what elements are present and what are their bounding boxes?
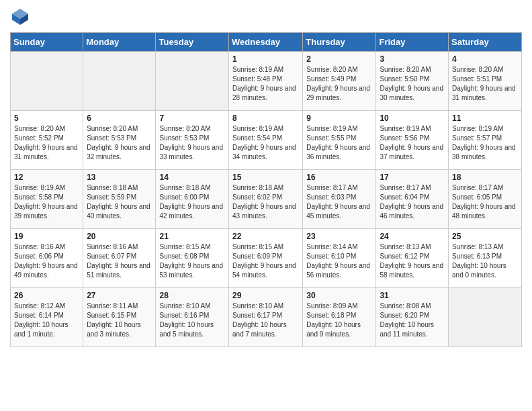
calendar-cell: 13Sunrise: 8:18 AM Sunset: 5:59 PM Dayli… [83, 170, 156, 229]
day-number: 1 [232, 54, 299, 64]
calendar-cell: 10Sunrise: 8:19 AM Sunset: 5:56 PM Dayli… [376, 111, 449, 170]
weekday-header-row: SundayMondayTuesdayWednesdayThursdayFrid… [11, 33, 522, 52]
calendar-cell: 16Sunrise: 8:17 AM Sunset: 6:03 PM Dayli… [303, 170, 376, 229]
logo [10, 7, 33, 27]
day-info: Sunrise: 8:14 AM Sunset: 6:10 PM Dayligh… [306, 242, 372, 280]
calendar-cell: 28Sunrise: 8:10 AM Sunset: 6:16 PM Dayli… [156, 288, 229, 347]
calendar-cell: 26Sunrise: 8:12 AM Sunset: 6:14 PM Dayli… [11, 288, 83, 347]
calendar-cell: 1Sunrise: 8:19 AM Sunset: 5:48 PM Daylig… [229, 52, 303, 111]
calendar-cell: 29Sunrise: 8:10 AM Sunset: 6:17 PM Dayli… [229, 288, 303, 347]
weekday-header: Tuesday [156, 33, 229, 52]
calendar-week-row: 5Sunrise: 8:20 AM Sunset: 5:52 PM Daylig… [11, 111, 522, 170]
day-number: 12 [14, 173, 79, 182]
calendar-table: SundayMondayTuesdayWednesdayThursdayFrid… [10, 32, 522, 347]
calendar-cell [83, 52, 156, 111]
day-info: Sunrise: 8:13 AM Sunset: 6:12 PM Dayligh… [380, 242, 445, 280]
day-info: Sunrise: 8:19 AM Sunset: 5:48 PM Dayligh… [232, 65, 299, 103]
weekday-header: Friday [376, 33, 449, 52]
calendar-cell: 6Sunrise: 8:20 AM Sunset: 5:53 PM Daylig… [83, 111, 156, 170]
calendar-cell: 21Sunrise: 8:15 AM Sunset: 6:08 PM Dayli… [156, 229, 229, 288]
day-number: 15 [232, 173, 299, 182]
day-info: Sunrise: 8:20 AM Sunset: 5:49 PM Dayligh… [306, 65, 372, 103]
day-info: Sunrise: 8:19 AM Sunset: 5:57 PM Dayligh… [452, 124, 518, 162]
day-number: 7 [159, 113, 225, 123]
day-info: Sunrise: 8:15 AM Sunset: 6:09 PM Dayligh… [232, 242, 299, 280]
day-info: Sunrise: 8:12 AM Sunset: 6:14 PM Dayligh… [14, 302, 79, 339]
calendar-container: SundayMondayTuesdayWednesdayThursdayFrid… [0, 0, 532, 354]
weekday-header: Sunday [11, 33, 83, 52]
calendar-cell: 15Sunrise: 8:18 AM Sunset: 6:02 PM Dayli… [229, 170, 303, 229]
calendar-cell: 24Sunrise: 8:13 AM Sunset: 6:12 PM Dayli… [376, 229, 449, 288]
calendar-cell: 9Sunrise: 8:19 AM Sunset: 5:55 PM Daylig… [303, 111, 376, 170]
calendar-cell: 22Sunrise: 8:15 AM Sunset: 6:09 PM Dayli… [229, 229, 303, 288]
calendar-cell: 14Sunrise: 8:18 AM Sunset: 6:00 PM Dayli… [156, 170, 229, 229]
day-number: 21 [159, 232, 225, 241]
day-info: Sunrise: 8:20 AM Sunset: 5:50 PM Dayligh… [380, 65, 445, 103]
day-info: Sunrise: 8:18 AM Sunset: 5:59 PM Dayligh… [87, 183, 152, 221]
day-number: 16 [306, 173, 372, 182]
day-info: Sunrise: 8:19 AM Sunset: 5:54 PM Dayligh… [232, 124, 299, 162]
header [10, 7, 522, 27]
calendar-cell: 18Sunrise: 8:17 AM Sunset: 6:05 PM Dayli… [449, 170, 522, 229]
day-info: Sunrise: 8:16 AM Sunset: 6:07 PM Dayligh… [87, 242, 152, 280]
day-number: 5 [14, 113, 79, 123]
day-info: Sunrise: 8:11 AM Sunset: 6:15 PM Dayligh… [87, 302, 152, 339]
day-number: 31 [380, 291, 445, 300]
day-number: 29 [232, 291, 299, 300]
day-number: 28 [159, 291, 225, 300]
day-info: Sunrise: 8:20 AM Sunset: 5:53 PM Dayligh… [159, 124, 225, 162]
calendar-cell: 23Sunrise: 8:14 AM Sunset: 6:10 PM Dayli… [303, 229, 376, 288]
day-info: Sunrise: 8:20 AM Sunset: 5:52 PM Dayligh… [14, 124, 79, 162]
calendar-cell: 20Sunrise: 8:16 AM Sunset: 6:07 PM Dayli… [83, 229, 156, 288]
day-number: 4 [452, 54, 518, 64]
weekday-header: Saturday [449, 33, 522, 52]
calendar-cell [156, 52, 229, 111]
day-number: 10 [380, 113, 445, 123]
day-info: Sunrise: 8:09 AM Sunset: 6:18 PM Dayligh… [306, 302, 372, 339]
day-number: 26 [14, 291, 79, 300]
day-number: 9 [306, 113, 372, 123]
day-number: 27 [87, 291, 152, 300]
calendar-week-row: 12Sunrise: 8:19 AM Sunset: 5:58 PM Dayli… [11, 170, 522, 229]
day-info: Sunrise: 8:19 AM Sunset: 5:56 PM Dayligh… [380, 124, 445, 162]
day-number: 18 [452, 173, 518, 182]
day-info: Sunrise: 8:15 AM Sunset: 6:08 PM Dayligh… [159, 242, 225, 280]
day-number: 22 [232, 232, 299, 241]
weekday-header: Wednesday [229, 33, 303, 52]
calendar-cell: 27Sunrise: 8:11 AM Sunset: 6:15 PM Dayli… [83, 288, 156, 347]
calendar-cell: 11Sunrise: 8:19 AM Sunset: 5:57 PM Dayli… [449, 111, 522, 170]
calendar-cell [11, 52, 83, 111]
calendar-week-row: 1Sunrise: 8:19 AM Sunset: 5:48 PM Daylig… [11, 52, 522, 111]
day-number: 24 [380, 232, 445, 241]
weekday-header: Thursday [303, 33, 376, 52]
day-info: Sunrise: 8:10 AM Sunset: 6:17 PM Dayligh… [232, 302, 299, 339]
calendar-cell: 30Sunrise: 8:09 AM Sunset: 6:18 PM Dayli… [303, 288, 376, 347]
day-info: Sunrise: 8:18 AM Sunset: 6:02 PM Dayligh… [232, 183, 299, 221]
day-info: Sunrise: 8:17 AM Sunset: 6:03 PM Dayligh… [306, 183, 372, 221]
calendar-cell: 31Sunrise: 8:08 AM Sunset: 6:20 PM Dayli… [376, 288, 449, 347]
day-number: 14 [159, 173, 225, 182]
day-info: Sunrise: 8:18 AM Sunset: 6:00 PM Dayligh… [159, 183, 225, 221]
day-number: 2 [306, 54, 372, 64]
calendar-cell: 7Sunrise: 8:20 AM Sunset: 5:53 PM Daylig… [156, 111, 229, 170]
day-number: 30 [306, 291, 372, 300]
day-info: Sunrise: 8:17 AM Sunset: 6:05 PM Dayligh… [452, 183, 518, 221]
calendar-cell: 12Sunrise: 8:19 AM Sunset: 5:58 PM Dayli… [11, 170, 83, 229]
day-info: Sunrise: 8:08 AM Sunset: 6:20 PM Dayligh… [380, 302, 445, 339]
weekday-header: Monday [83, 33, 156, 52]
day-number: 25 [452, 232, 518, 241]
calendar-cell: 8Sunrise: 8:19 AM Sunset: 5:54 PM Daylig… [229, 111, 303, 170]
calendar-cell: 17Sunrise: 8:17 AM Sunset: 6:04 PM Dayli… [376, 170, 449, 229]
day-number: 19 [14, 232, 79, 241]
day-info: Sunrise: 8:17 AM Sunset: 6:04 PM Dayligh… [380, 183, 445, 221]
day-number: 3 [380, 54, 445, 64]
calendar-cell: 3Sunrise: 8:20 AM Sunset: 5:50 PM Daylig… [376, 52, 449, 111]
day-info: Sunrise: 8:10 AM Sunset: 6:16 PM Dayligh… [159, 302, 225, 339]
day-info: Sunrise: 8:13 AM Sunset: 6:13 PM Dayligh… [452, 242, 518, 280]
day-info: Sunrise: 8:16 AM Sunset: 6:06 PM Dayligh… [14, 242, 79, 280]
day-number: 17 [380, 173, 445, 182]
day-number: 6 [87, 113, 152, 123]
calendar-cell: 4Sunrise: 8:20 AM Sunset: 5:51 PM Daylig… [449, 52, 522, 111]
calendar-cell: 5Sunrise: 8:20 AM Sunset: 5:52 PM Daylig… [11, 111, 83, 170]
calendar-week-row: 19Sunrise: 8:16 AM Sunset: 6:06 PM Dayli… [11, 229, 522, 288]
